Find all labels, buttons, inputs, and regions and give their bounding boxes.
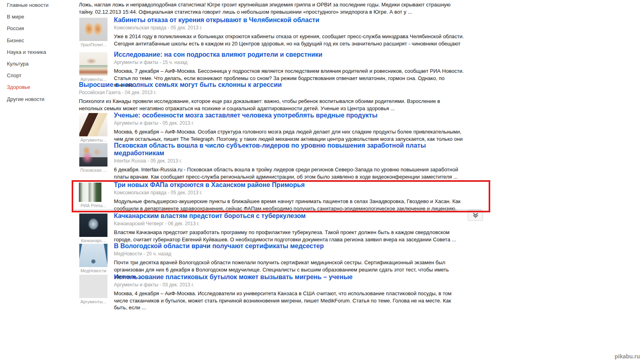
double-chevron-down-icon (472, 212, 479, 219)
expand-more-button[interactable] (468, 210, 483, 221)
article-row-highlighted: РИА Prima...Три новых ФАПа откроются в Х… (79, 181, 464, 212)
sidebar-item-3[interactable]: Россия (7, 25, 71, 37)
article-snippet: 6 декабря. Interfax-Russia.ru - Псковска… (114, 166, 464, 180)
article-title-link[interactable]: Выросшие в неполных семьях могут быть ск… (79, 81, 282, 88)
lungs-of-cigarettes-photo[interactable] (79, 18, 107, 41)
article-source-and-date: Аргументы и факты - 03 дек. 2013 г. (114, 282, 464, 288)
article-source-and-date: Interfax Russia - 05 дек. 2013 г. (114, 158, 464, 164)
sleeping-teen-on-books-photo[interactable] (79, 52, 107, 76)
article-snippet: Москва, 4 декабря – АиФ-Москва. Исследов… (114, 290, 464, 311)
thumbnail-caption: УралПолит... (79, 42, 108, 47)
article-row: Качканарс...Качканарским властям предсто… (79, 212, 464, 243)
article-title-link[interactable]: Три новых ФАПа откроются в Хасанском рай… (114, 181, 305, 189)
article-source-and-date: Аргументы и факты - 05 дек. 2013 г. (114, 120, 464, 126)
article-content: Три новых ФАПа откроются в Хасанском рай… (114, 181, 464, 212)
thumbnail-wrap: Качканарс... (79, 214, 108, 243)
article-title-link[interactable]: Исследование: на сон подростка влияют ро… (114, 51, 322, 58)
thumbnail-wrap: УралПолит... (79, 18, 108, 47)
sidebar: Главные новостиВ миреРоссияБизнесНаука и… (7, 2, 71, 108)
sidebar-item-7[interactable]: Спорт (7, 72, 71, 84)
article-content: Качканарским властям предстоит бороться … (114, 212, 464, 243)
sidebar-item-5[interactable]: Наука и техника (7, 49, 71, 61)
section-divider (74, 210, 481, 210)
article-content: Псковская область вошла в число субъекто… (114, 142, 464, 180)
doctor-with-stethoscope-photo[interactable] (79, 244, 107, 267)
article-source-and-date: Качканарский Четверг - 06 дек. 2013 г. (114, 221, 464, 226)
article-title-link[interactable]: Кабинеты отказа от курения открывают в Ч… (114, 16, 319, 24)
article-title-link[interactable]: Ученые: особенности мозга заставляет чел… (114, 111, 378, 119)
article-title-link[interactable]: Качканарским властям предстоит бороться … (114, 212, 305, 220)
article-snippet: Властям Качканара предстоит разработать … (114, 229, 464, 243)
lead-story-snippet: Ложь, наглая ложь и неправдоподобная ста… (79, 1, 464, 16)
article-title-link[interactable]: В Вологодской области врачи получают сер… (114, 242, 324, 250)
chest-xray-photo[interactable] (79, 214, 107, 237)
article-source-and-date: МедНовости - 20 ч. назад (114, 251, 464, 257)
article-source-and-date: Российская Газета - 04 дек. 2013 г. (79, 90, 464, 95)
article-source-and-date: Аргументы и факты - 15 ч. назад (114, 60, 464, 65)
thumbnail-wrap: Аргументы... (79, 52, 108, 82)
thumbnail-wrap: Псковская ... (79, 143, 108, 173)
sidebar-item-2[interactable]: В мире (7, 14, 71, 25)
article-snippet: Психологи из Канады провели исследование… (79, 98, 464, 112)
article-row: УралПолит...Кабинеты отказа от курения о… (79, 16, 464, 54)
article-content: Выросшие в неполных семьях могут быть ск… (79, 81, 464, 112)
sidebar-item-8[interactable]: Здоровье (7, 84, 71, 96)
article-content: Использование пластиковых бутылок может … (114, 273, 464, 311)
article-title-link[interactable]: Псковская область вошла в число субъекто… (114, 142, 436, 157)
article-content: Кабинеты отказа от курения открывают в Ч… (114, 16, 464, 54)
watermark: pikabu.ru (615, 353, 640, 360)
sidebar-item-9[interactable]: Другие новости (7, 96, 71, 108)
thumbnail-caption: Псковская ... (79, 168, 108, 173)
thumbnail-wrap: РИА Prima... (79, 183, 108, 208)
sidebar-item-6[interactable]: Культура (7, 61, 71, 72)
thumbnail-caption: РИА Prima... (79, 203, 108, 208)
thumbnail-wrap: Аргументы... (79, 113, 108, 142)
thumbnail-caption: Аргументы... (79, 299, 108, 304)
modular-clinic-building-photo[interactable] (79, 183, 101, 202)
thumbnail-caption: МедНовости (79, 268, 108, 273)
article-row: Псковская ...Псковская область вошла в ч… (79, 142, 464, 180)
man-with-headache-photo[interactable] (79, 275, 107, 298)
thumbnail-wrap: МедНовости (79, 244, 108, 273)
article-source-and-date: Комсомольская правда - 05 дек. 2013 г. (114, 25, 464, 31)
article-row: Аргументы...Использование пластиковых бу… (79, 273, 464, 311)
article-source-and-date: Комсомольская правда - 05 дек. 2013 г. (114, 190, 464, 195)
article-title-link[interactable]: Использование пластиковых бутылок может … (114, 273, 353, 281)
sidebar-item-1[interactable]: Главные новости (7, 2, 71, 14)
children-at-laptop-photo[interactable] (79, 143, 107, 167)
eclairs-on-plate-photo[interactable] (79, 113, 107, 136)
sidebar-item-4[interactable]: Бизнес (7, 37, 71, 49)
thumbnail-wrap: Аргументы... (79, 275, 108, 304)
article-row: Выросшие в неполных семьях могут быть ск… (79, 81, 464, 112)
